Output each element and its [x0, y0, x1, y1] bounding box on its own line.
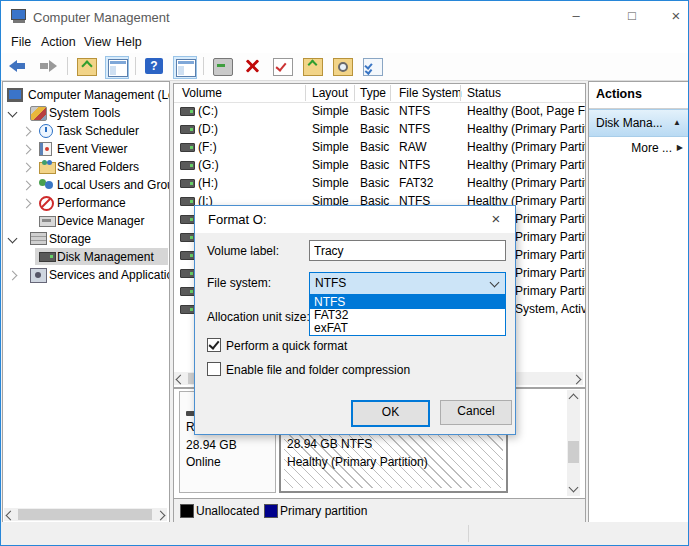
minimize-button[interactable]: – [563, 7, 589, 25]
console-tree-panel: Computer Management (Local)System ToolsT… [2, 81, 170, 525]
sidebar-item-local-users-and-groups[interactable]: Local Users and Groups [3, 176, 169, 194]
chevron-down-icon[interactable] [490, 278, 500, 288]
actions-group-disk-management[interactable]: Disk Mana... ▲ [589, 109, 688, 137]
chevron-down-icon[interactable] [8, 108, 18, 118]
menu-help[interactable]: Help [116, 35, 142, 49]
tree-scroll-thumb[interactable] [18, 509, 152, 520]
file-system-value: NTFS [315, 273, 346, 294]
cell-volume: (D:) [198, 120, 218, 138]
tree-item-label: Event Viewer [57, 140, 127, 158]
action-pane-icon-slot[interactable] [173, 56, 197, 79]
explore-icon-slot[interactable] [331, 56, 353, 77]
device-icon[interactable] [213, 58, 233, 76]
tasks-icon-slot[interactable] [361, 56, 383, 77]
file-system-combobox[interactable]: NTFS [309, 272, 506, 295]
scroll-left-icon[interactable] [6, 511, 16, 521]
up-level-icon-slot[interactable] [75, 56, 97, 77]
cancel-button[interactable]: Cancel [440, 400, 512, 425]
console-tree-icon[interactable] [108, 59, 128, 77]
sidebar-item-event-viewer[interactable]: Event Viewer [3, 140, 169, 158]
dropdown-option-exfat[interactable]: exFAT [310, 322, 505, 335]
help-icon[interactable]: ? [145, 58, 163, 74]
forward-icon-slot[interactable] [37, 56, 59, 77]
scroll-right-icon[interactable] [572, 375, 582, 385]
sidebar-item-services-and-applications[interactable]: Services and Applications [3, 266, 169, 284]
menu-file[interactable]: File [11, 35, 31, 49]
properties-icon-slot[interactable] [271, 56, 293, 77]
sidebar-item-device-manager[interactable]: Device Manager [3, 212, 169, 230]
chevron-right-icon[interactable] [8, 271, 18, 281]
column-header-layout[interactable]: Layout [312, 86, 348, 100]
sidebar-item-task-scheduler[interactable]: Task Scheduler [3, 122, 169, 140]
menu-view[interactable]: View [84, 35, 111, 49]
chevron-right-icon[interactable] [22, 163, 32, 173]
volume-row[interactable]: (G:)SimpleBasicNTFSHealthy (Primary Part… [174, 156, 585, 174]
up-folder-icon[interactable] [303, 58, 323, 76]
menu-action[interactable]: Action [41, 35, 76, 49]
file-system-dropdown: NTFSFAT32exFAT [309, 295, 506, 336]
column-header-status[interactable]: Status [467, 86, 501, 100]
quick-format-checkbox[interactable] [207, 338, 221, 352]
column-header-file-system[interactable]: File System [399, 86, 462, 100]
cell-type: Basic [360, 156, 389, 174]
cell-volume: (C:) [198, 102, 218, 120]
scroll-left-icon[interactable] [176, 375, 186, 385]
cell-volume: (F:) [198, 138, 217, 156]
scroll-right-icon[interactable] [156, 511, 166, 521]
sidebar-item-computer-management-local[interactable]: Computer Management (Local) [3, 86, 169, 104]
tree-item-label: Disk Management [57, 248, 154, 266]
delete-volume-icon[interactable] [243, 58, 261, 74]
volume-row[interactable]: (D:)SimpleBasicNTFSHealthy (Primary Part… [174, 120, 585, 138]
chevron-right-icon[interactable] [22, 127, 32, 137]
scroll-down-icon[interactable] [569, 483, 579, 493]
volume-row[interactable]: (H:)SimpleBasicFAT32Healthy (Primary Par… [174, 174, 585, 192]
volume-list-header[interactable]: VolumeLayoutTypeFile SystemStatus [174, 84, 585, 103]
scroll-up-icon[interactable] [569, 394, 579, 404]
graph-scroll-thumb[interactable] [568, 441, 579, 463]
actions-more-item[interactable]: More ... ▶ [589, 136, 688, 160]
chevron-right-icon[interactable] [22, 145, 32, 155]
device-icon-slot[interactable] [211, 56, 233, 77]
collapse-icon[interactable]: ▲ [673, 110, 681, 136]
graph-vertical-scrollbar[interactable] [567, 390, 580, 496]
forward-icon[interactable] [39, 58, 57, 74]
column-header-type[interactable]: Type [360, 86, 386, 100]
ok-button[interactable]: OK [351, 400, 430, 427]
volume-row[interactable]: (F:)SimpleBasicRAWHealthy (Primary Parti… [174, 138, 585, 156]
close-button[interactable]: × [663, 7, 689, 25]
back-icon[interactable] [9, 58, 27, 74]
compression-checkbox[interactable] [207, 362, 221, 376]
console-tree-icon-slot[interactable] [105, 56, 129, 79]
action-pane-icon[interactable] [176, 59, 196, 77]
tree-horizontal-scrollbar[interactable] [4, 508, 167, 521]
sidebar-item-performance[interactable]: Performance [3, 194, 169, 212]
column-header-volume[interactable]: Volume [182, 86, 222, 100]
column-separator [460, 85, 461, 101]
properties-icon[interactable] [273, 58, 293, 76]
volume-row[interactable]: (C:)SimpleBasicNTFSHealthy (Boot, Page F… [174, 102, 585, 120]
tree-item-label: Services and Applications [49, 266, 170, 284]
back-icon-slot[interactable] [7, 56, 29, 77]
quick-format-label: Perform a quick format [226, 339, 347, 353]
sidebar-item-storage[interactable]: Storage [3, 230, 169, 248]
cell-status: Healthy (Boot, Page File, Crash Dump, Pr… [467, 102, 586, 120]
sidebar-item-disk-management[interactable]: Disk Management [3, 248, 169, 266]
maximize-button[interactable]: □ [619, 7, 645, 25]
explore-icon[interactable] [333, 58, 353, 76]
help-icon-slot[interactable]: ? [143, 56, 165, 77]
sidebar-item-shared-folders[interactable]: Shared Folders [3, 158, 169, 176]
chevron-right-icon[interactable] [22, 181, 32, 191]
volume-label-label: Volume label: [207, 244, 279, 258]
up-level-icon[interactable] [77, 58, 97, 76]
window-title: Computer Management [33, 10, 170, 25]
tree-item-label: Task Scheduler [57, 122, 139, 140]
chevron-right-icon[interactable] [22, 199, 32, 209]
delete-volume-icon-slot[interactable] [241, 56, 263, 77]
volume-label-input[interactable] [309, 240, 506, 261]
up-folder-icon-slot[interactable] [301, 56, 323, 77]
dialog-close-icon[interactable]: × [485, 209, 507, 229]
chevron-down-icon[interactable] [8, 234, 18, 244]
tasks-icon[interactable] [363, 58, 383, 76]
sidebar-item-system-tools[interactable]: System Tools [3, 104, 169, 122]
cell-status: Healthy (Primary Partition) [467, 174, 586, 192]
